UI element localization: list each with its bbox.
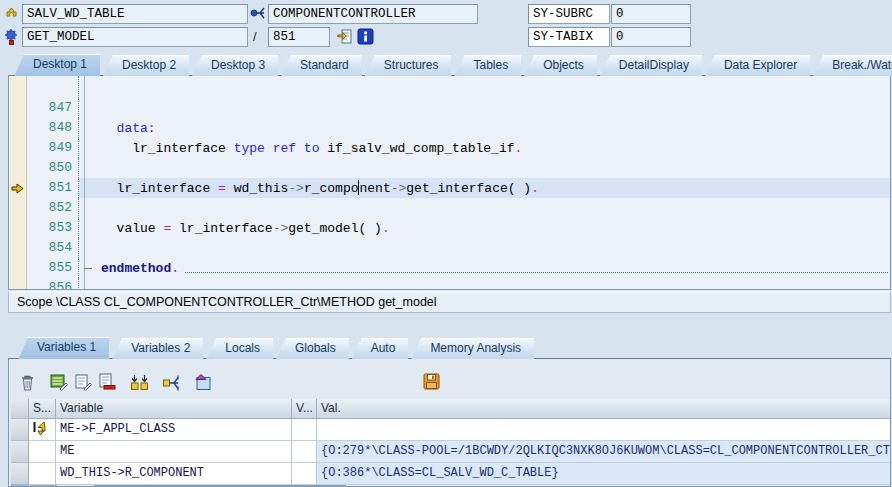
code-line-854[interactable]: 854 — [9, 238, 890, 258]
tab-auto[interactable]: Auto — [352, 338, 409, 359]
row-selector[interactable] — [11, 463, 29, 485]
table-row: ME->F_APPL_CLASS — [11, 419, 891, 441]
distribute-icon — [162, 374, 181, 391]
tab-desktop-1[interactable]: Desktop 1 — [14, 54, 100, 76]
sy-tabix-value-field: 0 — [611, 27, 691, 47]
breakpoint-margin[interactable] — [9, 278, 27, 290]
breakpoint-margin[interactable] — [9, 218, 27, 238]
code-line-856[interactable]: 856 — [9, 278, 890, 290]
code-editor[interactable]: 847 848 data: 849 lr_interface type ref … — [8, 75, 891, 290]
sy-subrc-label-field[interactable]: SY-SUBRC — [528, 4, 610, 24]
trash-icon — [20, 374, 35, 391]
relation-icon — [250, 5, 267, 22]
breakpoint-margin[interactable] — [9, 258, 27, 278]
tab-data-explorer[interactable]: Data Explorer — [705, 55, 810, 76]
tab-tables[interactable]: Tables — [454, 55, 521, 76]
breakpoint-margin[interactable] — [9, 76, 27, 98]
tab-break-watchpoints[interactable]: Break./Watchpoints — [813, 55, 892, 76]
code-line-850[interactable]: 850 — [9, 158, 890, 178]
method-icon — [3, 28, 20, 45]
breakpoint-margin[interactable] — [9, 198, 27, 218]
variables-table: S... Variable V... Val. ME->F_APPL_CLASS — [11, 399, 891, 485]
sy-tabix-label-field[interactable]: SY-TABIX — [528, 27, 610, 47]
row-selector[interactable] — [11, 419, 29, 441]
tab-structures[interactable]: Structures — [365, 55, 452, 76]
status-cell — [29, 441, 56, 463]
line-number: 847 — [27, 98, 79, 118]
code-line-849[interactable]: 849 lr_interface type ref to if_salv_wd_… — [9, 138, 890, 158]
block-end-dotted-line — [185, 272, 888, 273]
view-cell — [292, 419, 317, 441]
delete-variables-button[interactable] — [17, 372, 37, 392]
info-icon[interactable] — [357, 28, 374, 45]
breakpoint-margin[interactable] — [9, 158, 27, 178]
header-variable: Variable — [56, 399, 292, 419]
variables-tabstrip: Variables 1 Variables 2 Locals Globals A… — [8, 336, 892, 359]
line-separator: / — [253, 29, 257, 44]
variables-pane: S... Variable V... Val. ME->F_APPL_CLASS — [8, 358, 891, 487]
tab-standard[interactable]: Standard — [281, 55, 362, 76]
breakpoint-margin[interactable] — [9, 118, 27, 138]
desktop-tabstrip: Desktop 1 Desktop 2 Desktop 3 Standard S… — [8, 53, 892, 76]
tab-globals[interactable]: Globals — [276, 338, 349, 359]
view-filter-button[interactable] — [193, 372, 213, 392]
remove-row-button[interactable] — [97, 372, 117, 392]
code-line-847[interactable]: 847 — [9, 98, 890, 118]
code-line-851-current[interactable]: 851 lr_interface = wd_this->r_component-… — [9, 178, 890, 198]
edit-row-button[interactable] — [73, 372, 93, 392]
edit-table-icon — [50, 373, 68, 391]
tab-variables-2[interactable]: Variables 2 — [112, 338, 203, 359]
current-statement-arrow-icon — [11, 183, 24, 194]
save-layout-button[interactable] — [421, 371, 441, 391]
line-number: 850 — [27, 158, 79, 178]
tab-desktop-2[interactable]: Desktop 2 — [103, 55, 189, 76]
breakpoint-margin[interactable] — [9, 138, 27, 158]
line-number: 854 — [27, 238, 79, 258]
variable-name-input[interactable]: WD_THIS->R_COMPONENT — [56, 463, 292, 485]
save-floppy-icon — [423, 373, 440, 390]
table-row: WD_THIS->R_COMPONENT {O:386*\CLASS=CL_SA… — [11, 463, 891, 485]
breakpoint-margin[interactable] — [9, 98, 27, 118]
breakpoint-margin[interactable] — [9, 238, 27, 258]
change-field-content-button[interactable] — [49, 372, 69, 392]
controller-field: COMPONENTCONTROLLER — [268, 4, 478, 24]
insert-columns-icon — [130, 374, 149, 391]
component-icon — [3, 5, 20, 22]
goto-statement-icon[interactable] — [337, 28, 354, 45]
table-header-row: S... Variable V... Val. — [11, 399, 891, 419]
code-line-855[interactable]: 855 endmethod. — [9, 258, 890, 278]
tab-memory-analysis[interactable]: Memory Analysis — [411, 338, 534, 359]
line-number: 856 — [27, 278, 79, 290]
sy-subrc-value-field: 0 — [611, 4, 691, 24]
navigation-button[interactable] — [161, 372, 181, 392]
view-cell — [292, 441, 317, 463]
header-v: V... — [292, 399, 317, 419]
line-number: 852 — [27, 198, 79, 218]
tab-detaildisplay[interactable]: DetailDisplay — [600, 55, 702, 76]
value-cell[interactable]: {O:279*\CLASS-POOL=/1BCWDY/2QLKIQC3NXK8O… — [317, 441, 891, 463]
fold-marker[interactable] — [84, 268, 92, 269]
tab-locals[interactable]: Locals — [206, 338, 273, 359]
value-cell[interactable]: {O:386*\CLASS=CL_SALV_WD_C_TABLE} — [317, 463, 891, 485]
tab-objects[interactable]: Objects — [524, 55, 597, 76]
tab-variables-1[interactable]: Variables 1 — [18, 337, 109, 359]
code-line-852[interactable]: 852 — [9, 198, 890, 218]
code-line-853[interactable]: 853 value = lr_interface->get_model( ). — [9, 218, 890, 238]
scope-bar: Scope \CLASS CL_COMPONENTCONTROLLER_Ctr\… — [8, 291, 891, 313]
header-s: S... — [29, 399, 56, 419]
status-cell — [29, 419, 56, 441]
breakpoint-margin[interactable] — [9, 178, 27, 198]
row-selector[interactable] — [11, 441, 29, 463]
line-number: 848 — [27, 118, 79, 138]
header-val: Val. — [317, 399, 891, 419]
tab-desktop-3[interactable]: Desktop 3 — [192, 55, 278, 76]
header-selector — [11, 399, 29, 419]
value-cell[interactable] — [317, 419, 891, 441]
column-config-button[interactable] — [129, 372, 149, 392]
line-number: 849 — [27, 138, 79, 158]
code-line-848[interactable]: 848 data: — [9, 118, 890, 138]
remove-row-icon — [98, 373, 116, 391]
filter-folder-icon — [194, 374, 213, 391]
variable-name-input[interactable]: ME->F_APPL_CLASS — [56, 419, 292, 441]
variable-name-input[interactable]: ME — [56, 441, 292, 463]
